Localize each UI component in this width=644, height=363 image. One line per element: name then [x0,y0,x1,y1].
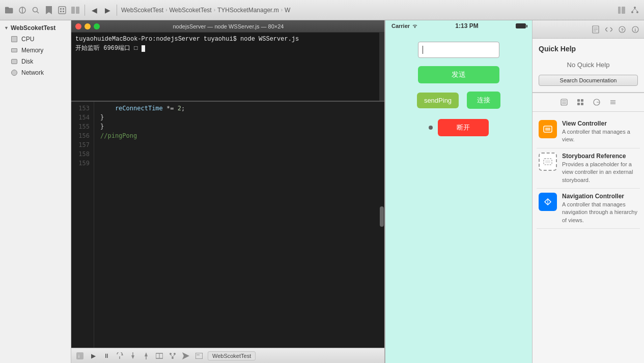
breadcrumb-sep-2: › [214,7,215,13]
breadcrumb-item-2[interactable]: WebScoketTest [170,7,212,14]
center-area: nodejsServer — node WSServer.js — 80×24 … [71,20,384,363]
svg-point-33 [172,357,174,359]
toolbar-hierarchy-icon[interactable] [630,5,640,15]
toolbar-back-icon[interactable]: ◀ [89,5,99,15]
object-item-nav-controller[interactable]: Navigation Controller A controller that … [537,189,640,229]
rpt-file-icon[interactable] [591,25,600,34]
object-item-storyboard-ref[interactable]: Storyboard Reference Provides a placehol… [537,148,640,189]
sidebar-item-network[interactable]: Network [0,67,71,78]
toolbar-debug-icon[interactable] [17,5,27,15]
right-panel-quick-help: Quick Help No Quick Help Search Document… [533,39,644,93]
svg-text:i: i [635,27,636,33]
bt-stepin-icon[interactable] [128,351,137,360]
sidebar-item-cpu[interactable]: CPU [0,34,71,45]
line-num-155: 155 [75,122,90,131]
right-panel-toolbar: ? i [533,20,644,39]
sidebar-item-disk[interactable]: Disk [0,56,71,67]
storyboard-ref-icon [539,153,557,171]
obj-grid-icon[interactable] [575,97,585,107]
toolbar-home-icon[interactable] [57,5,67,15]
nav-controller-info: Navigation Controller A controller that … [562,193,638,224]
rpt-inspect-icon[interactable]: i [631,25,640,34]
simulator-send-button[interactable]: 发送 [418,66,499,83]
quick-help-title: Quick Help [539,45,638,53]
storyboard-ref-desc: Provides a placeholder for a view contro… [562,161,638,184]
svg-line-35 [173,355,175,357]
sidebar-item-memory[interactable]: Memory [0,45,71,56]
cursor-dot [429,126,433,130]
bt-info-icon[interactable]: i [75,351,85,360]
code-line-159: //pingPong [100,131,378,140]
storyboard-ref-name: Storyboard Reference [562,153,638,160]
breadcrumb-item-1[interactable]: WebScoketTest [121,7,163,14]
object-library[interactable]: View Controller A controller that manage… [533,112,644,363]
view-controller-icon [539,120,557,138]
toolbar-split-icon[interactable] [617,5,627,15]
bt-split-icon[interactable] [155,351,164,360]
line-num-157: 157 [75,140,90,149]
breadcrumb-item-4[interactable]: W [285,7,290,14]
obj-filter-icon[interactable] [559,97,569,107]
sidebar-section-header[interactable]: ▼ WebScoketTest [0,22,71,34]
bt-stepout-icon[interactable] [142,351,151,360]
window-controls [75,23,100,29]
svg-point-16 [634,7,636,9]
terminal-titlebar: nodejsServer — node WSServer.js — 80×24 [71,20,384,33]
simulator-sendping-button[interactable]: sendPing [417,93,459,108]
svg-rect-11 [63,11,64,12]
toolbar-folder-icon[interactable] [4,5,14,15]
code-content[interactable]: reConnectTime *= 2; } } //pingPong [94,102,384,348]
code-editor[interactable]: 153 154 155 156 157 158 159 reConnectTim… [71,102,384,348]
bt-stepover-icon[interactable] [115,351,124,360]
svg-rect-63 [545,160,550,163]
sidebar-item-disk-label: Disk [21,58,33,65]
no-quick-help-text: No Quick Help [539,57,638,73]
memory-icon [10,46,18,54]
terminal-maximize-button[interactable] [94,23,100,29]
wifi-icon [412,23,418,28]
toolbar-sep-1 [85,5,85,16]
bt-terminal-icon[interactable] [194,351,204,360]
bt-pause-icon[interactable]: ⏸ [102,351,111,360]
simulator-disconnect-button[interactable]: 断开 [438,119,489,136]
toolbar-search-icon[interactable] [31,5,41,15]
toolbar-layout-icon[interactable] [70,5,80,15]
breadcrumb-item-3[interactable]: TYHSocketManager.m [217,7,279,14]
rpt-code-icon[interactable] [604,25,613,34]
sidebar-item-memory-label: Memory [21,47,43,54]
object-item-view-controller[interactable]: View Controller A controller that manage… [537,116,640,148]
left-sidebar: ▼ WebScoketTest CPU Memory Disk Networ [0,20,71,363]
svg-marker-6 [46,6,52,14]
terminal-minimize-button[interactable] [85,23,91,29]
terminal-scrollbar-thumb [380,206,384,227]
terminal-scrollbar[interactable] [379,33,384,101]
simulator-connect-button[interactable]: 连接 [467,92,500,109]
svg-text:i: i [78,354,79,359]
bt-send-icon[interactable] [181,351,190,360]
obj-list-icon[interactable] [608,97,618,107]
line-num-153: 153 [75,104,90,113]
statusbar-carrier: Carrier [391,23,410,29]
bt-branch-icon[interactable] [168,351,177,360]
svg-rect-15 [622,7,625,14]
obj-help-circle-icon[interactable] [592,97,602,107]
toolbar-forward-icon[interactable]: ▶ [102,5,113,15]
disk-icon [10,57,18,66]
breadcrumb-sep-1: › [165,7,167,13]
rpt-help-icon[interactable]: ? [618,25,627,34]
svg-rect-14 [618,7,621,14]
sidebar-triangle-icon: ▼ [4,25,9,31]
svg-rect-9 [63,8,64,10]
svg-line-19 [632,9,635,11]
svg-line-34 [171,355,173,357]
bt-play-icon[interactable]: ▶ [89,351,98,360]
terminal-body[interactable]: tuyaohuideMacBook-Pro:nodejsServer tuyao… [71,33,384,101]
toolbar-bookmark-icon[interactable] [44,5,54,15]
search-documentation-button[interactable]: Search Documentation [539,75,638,86]
simulator-text-input[interactable] [418,42,499,58]
terminal-close-button[interactable] [75,23,81,29]
code-line-154: } [100,113,378,122]
breadcrumb: WebScoketTest › WebScoketTest › TYHSocke… [121,7,613,14]
svg-point-31 [170,353,172,355]
svg-rect-13 [76,7,79,14]
